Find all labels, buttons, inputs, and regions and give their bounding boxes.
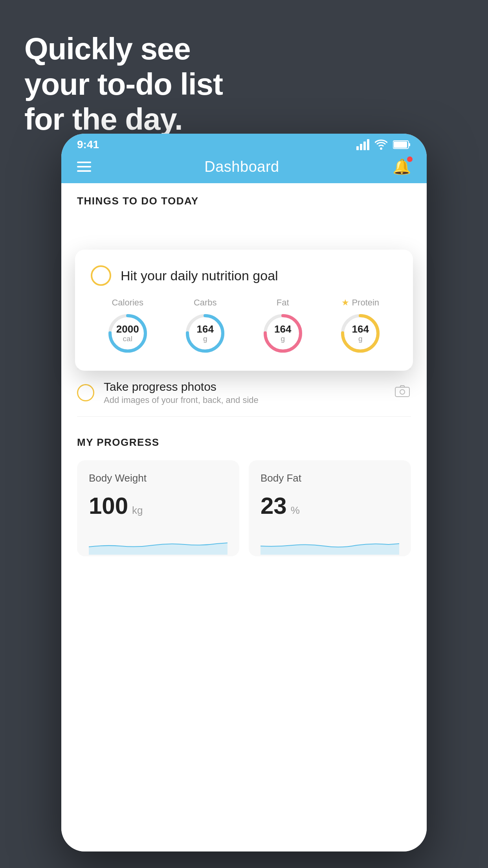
hamburger-icon[interactable]: [77, 162, 91, 172]
star-icon: ★: [341, 298, 349, 308]
bell-dot: [407, 156, 413, 162]
hero-text: Quickly see your to-do list for the day.: [24, 31, 223, 137]
phone-mockup: 9:41 Dashboard: [61, 134, 427, 851]
progress-fat-value: 23: [261, 492, 287, 519]
hero-line1: Quickly see: [24, 31, 223, 67]
fat-value: 164: [274, 324, 291, 335]
progress-weight-unit: kg: [132, 504, 143, 517]
nutrition-label-fat: Fat: [277, 298, 289, 308]
todo-item-photos[interactable]: Take progress photos Add images of your …: [77, 369, 411, 417]
progress-weight-value: 100: [89, 492, 128, 519]
nav-title: Dashboard: [204, 158, 279, 175]
svg-rect-6: [395, 387, 409, 397]
progress-section-title: MY PROGRESS: [77, 436, 411, 449]
progress-section: MY PROGRESS Body Weight 100 kg Bod: [61, 417, 427, 572]
hero-line3: for the day.: [24, 102, 223, 137]
progress-card-fat[interactable]: Body Fat 23 %: [249, 460, 411, 556]
progress-card-weight-title: Body Weight: [89, 472, 227, 484]
nutrition-check-circle: [91, 265, 111, 286]
nutrition-label-protein: Protein: [352, 298, 379, 308]
nutrition-card[interactable]: Hit your daily nutrition goal Calories 2…: [75, 250, 413, 371]
nutrition-item-fat: Fat 164 g: [261, 298, 305, 355]
progress-cards: Body Weight 100 kg Body Fat 23 %: [77, 460, 411, 556]
svg-point-7: [400, 390, 405, 394]
todo-title-photos: Take progress photos: [104, 380, 386, 394]
nutrition-item-carbs: Carbs 164 g: [183, 298, 227, 355]
todo-subtitle-photos: Add images of your front, back, and side: [104, 395, 386, 405]
carbs-unit: g: [197, 335, 214, 343]
bell-icon[interactable]: 🔔: [393, 158, 411, 175]
protein-value: 164: [352, 324, 369, 335]
hero-line2: your to-do list: [24, 67, 223, 102]
nutrition-item-calories: Calories 2000 cal: [106, 298, 149, 355]
nav-bar: Dashboard 🔔: [61, 154, 427, 183]
progress-weight-value-row: 100 kg: [89, 492, 227, 519]
nutrition-card-title-row: Hit your daily nutrition goal: [91, 265, 397, 286]
wifi-icon: [375, 140, 387, 150]
signal-icon: [356, 139, 369, 150]
status-bar: 9:41: [61, 134, 427, 154]
nutrition-card-title: Hit your daily nutrition goal: [121, 268, 278, 283]
progress-card-weight[interactable]: Body Weight 100 kg: [77, 460, 239, 556]
nutrition-circle-carbs: 164 g: [183, 312, 227, 355]
nutrition-row: Calories 2000 cal Carbs: [91, 298, 397, 355]
progress-card-fat-title: Body Fat: [261, 472, 399, 484]
todo-circle-photos: [77, 384, 94, 401]
calories-value: 2000: [116, 324, 139, 335]
svg-rect-1: [409, 143, 410, 146]
todo-text-photos: Take progress photos Add images of your …: [104, 380, 386, 405]
nutrition-circle-fat: 164 g: [261, 312, 305, 355]
nutrition-circle-protein: 164 g: [339, 312, 382, 355]
protein-unit: g: [352, 335, 369, 343]
progress-weight-chart: [89, 531, 227, 555]
status-time: 9:41: [77, 138, 99, 151]
progress-fat-value-row: 23 %: [261, 492, 399, 519]
calories-unit: cal: [116, 335, 139, 343]
carbs-value: 164: [197, 324, 214, 335]
progress-fat-chart: [261, 531, 399, 555]
fat-unit: g: [274, 335, 291, 343]
nutrition-item-protein: ★ Protein 164 g: [339, 298, 382, 355]
progress-fat-unit: %: [291, 504, 300, 517]
nutrition-label-calories: Calories: [112, 298, 143, 308]
things-todo-header: THINGS TO DO TODAY: [61, 183, 427, 211]
protein-label-row: ★ Protein: [341, 298, 379, 308]
status-icons: [356, 139, 411, 150]
battery-icon: [393, 140, 411, 149]
nutrition-circle-calories: 2000 cal: [106, 312, 149, 355]
photo-icon: [394, 383, 411, 403]
svg-rect-2: [394, 142, 407, 148]
nutrition-label-carbs: Carbs: [194, 298, 217, 308]
